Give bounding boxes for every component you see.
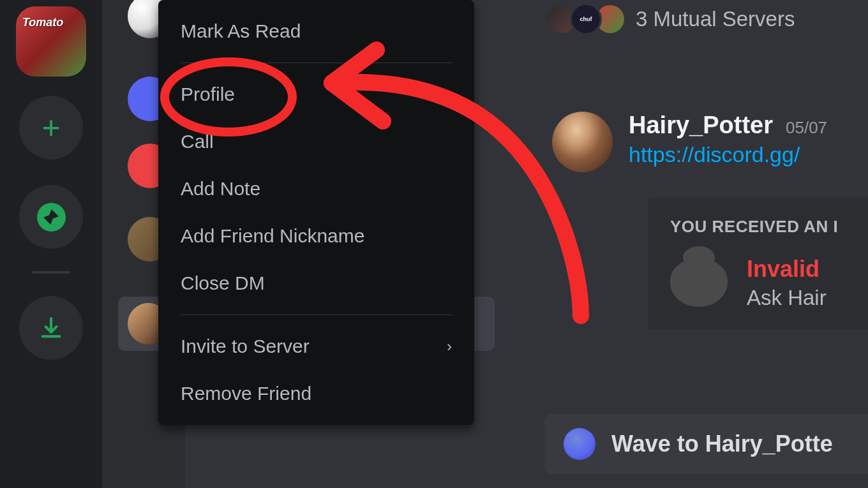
chevron-right-icon: ›	[447, 337, 452, 355]
menu-item-close-dm[interactable]: Close DM	[158, 260, 474, 307]
mutual-servers-text: 3 Mutual Servers	[636, 7, 795, 31]
invite-card: YOU RECEIVED AN I Invalid Ask Hair	[648, 198, 868, 329]
message-username[interactable]: Hairy_Potter	[629, 112, 773, 139]
user-context-menu: Mark As Read Profile Call Add Note Add F…	[158, 0, 474, 425]
download-icon	[38, 315, 64, 341]
explore-servers-button[interactable]	[19, 185, 83, 249]
menu-item-label: Remove Friend	[181, 383, 311, 404]
menu-divider	[181, 63, 452, 63]
menu-item-label: Profile	[181, 84, 235, 105]
invalid-invite-icon	[670, 259, 728, 307]
menu-item-profile[interactable]: Profile	[158, 71, 474, 118]
rail-divider	[32, 271, 70, 274]
menu-item-label: Add Friend Nickname	[181, 225, 364, 247]
server-avatar[interactable]: Tomato	[16, 6, 86, 77]
compass-icon	[37, 203, 66, 232]
server-rail: Tomato +	[0, 0, 102, 488]
menu-item-invite-to-server[interactable]: Invite to Server ›	[158, 323, 474, 370]
chat-message: Hairy_Potter 05/07 https://discord.gg/	[552, 112, 827, 172]
add-server-button[interactable]: +	[19, 96, 83, 159]
message-avatar[interactable]	[552, 112, 613, 172]
message-link[interactable]: https://discord.gg/	[629, 142, 827, 167]
menu-item-label: Call	[181, 131, 214, 152]
mutual-server-icon	[570, 3, 602, 35]
message-timestamp: 05/07	[786, 118, 827, 138]
menu-item-label: Add Note	[181, 178, 260, 200]
wumpus-icon	[564, 428, 595, 460]
menu-item-label: Close DM	[181, 272, 265, 294]
menu-item-label: Mark As Read	[181, 20, 301, 42]
download-apps-button[interactable]	[19, 296, 83, 360]
menu-item-mark-as-read[interactable]: Mark As Read	[158, 8, 474, 55]
plus-icon: +	[41, 109, 60, 146]
server-avatar-label: Tomato	[22, 16, 63, 29]
invite-header: YOU RECEIVED AN I	[670, 217, 846, 237]
menu-divider	[181, 314, 452, 315]
menu-item-call[interactable]: Call	[158, 118, 474, 165]
wave-text: Wave to Hairy_Potte	[611, 431, 833, 457]
menu-item-add-note[interactable]: Add Note	[158, 165, 474, 212]
invite-status: Invalid	[747, 256, 827, 283]
menu-item-add-friend-nickname[interactable]: Add Friend Nickname	[158, 212, 474, 260]
wave-bar[interactable]: Wave to Hairy_Potte	[544, 414, 868, 474]
mutual-server-icons	[546, 3, 626, 35]
menu-item-remove-friend[interactable]: Remove Friend	[158, 370, 474, 417]
mutual-servers[interactable]: 3 Mutual Servers	[546, 3, 795, 35]
menu-item-label: Invite to Server	[181, 336, 310, 357]
invite-sub: Ask Hair	[747, 286, 827, 310]
